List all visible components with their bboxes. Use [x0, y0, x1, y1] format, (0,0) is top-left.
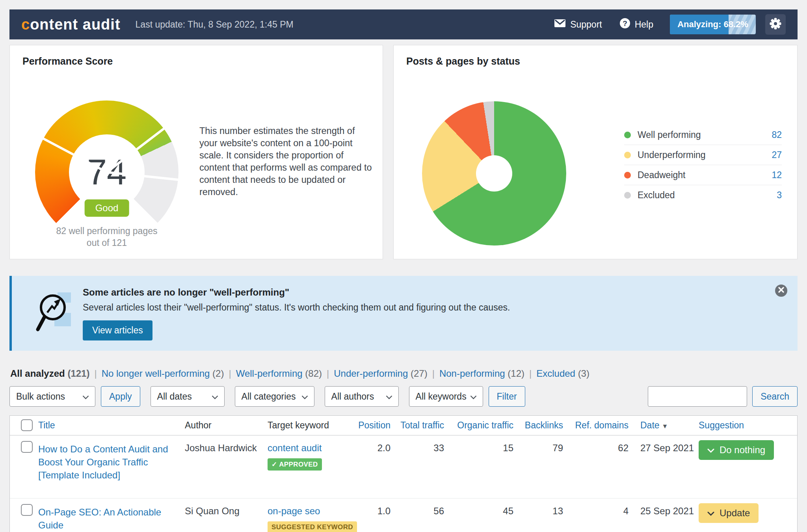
- header-total-traffic[interactable]: Total traffic: [399, 416, 453, 435]
- legend-label: Deadweight: [638, 170, 772, 180]
- header-suggestion[interactable]: Suggestion: [699, 416, 797, 435]
- header-date[interactable]: Date▼: [637, 416, 699, 435]
- view-articles-button[interactable]: View articles: [83, 320, 152, 340]
- help-label: Help: [635, 19, 653, 30]
- envelope-icon: [554, 19, 566, 30]
- legend-value-link[interactable]: 3: [777, 190, 782, 201]
- title-cell: On-Page SEO: An Actionable Guide: [35, 499, 182, 532]
- keywords-select[interactable]: All keywords: [409, 386, 483, 407]
- dates-select[interactable]: All dates: [151, 386, 225, 407]
- apply-button[interactable]: Apply: [101, 386, 140, 407]
- header-author: Author: [182, 416, 264, 435]
- keyword-cell: on-page seo SUGGESTED KEYWORD: [264, 499, 358, 532]
- position-cell: 2.0: [358, 435, 399, 454]
- header-position[interactable]: Position: [358, 416, 399, 435]
- categories-select[interactable]: All categories: [235, 386, 314, 407]
- close-icon: [778, 287, 784, 294]
- banner-body: Several articles lost their "well-perfor…: [83, 302, 510, 313]
- filter-under-performing[interactable]: Under-performing (27): [334, 368, 427, 379]
- position-cell: 1.0: [358, 499, 399, 517]
- score-caption-line1: 82 well performing pages: [36, 225, 178, 237]
- performance-gauge: 74: [35, 100, 179, 244]
- bulk-actions-select[interactable]: Bulk actions: [9, 386, 95, 407]
- filter-well-performing[interactable]: Well-performing (82): [236, 368, 322, 379]
- status-filter-bar: All analyzed (121)|No longer well-perfor…: [10, 368, 589, 379]
- backlinks-cell: 13: [522, 499, 572, 517]
- article-title-link[interactable]: On-Page SEO: An Actionable Guide: [38, 506, 172, 532]
- magnifier-trend-icon: [34, 288, 78, 338]
- suggestion-label: Do nothing: [720, 445, 765, 456]
- last-update-text: Last update: Thu, 8 Sep 2022, 1:45 PM: [136, 19, 294, 30]
- analyzing-progress-button[interactable]: Analyzing: 68.2%: [670, 15, 756, 34]
- row-checkbox[interactable]: [21, 504, 33, 516]
- notice-banner: Some articles are no longer "well-perfor…: [9, 276, 798, 351]
- author-name: Si Quan Ong: [185, 506, 240, 516]
- select-all-cell: [10, 416, 35, 435]
- chevron-down-icon: [386, 391, 392, 402]
- suggested-keyword-badge: SUGGESTED KEYWORD: [268, 521, 357, 532]
- performance-score-card: Performance Score 74 Good 82 well perfor…: [9, 45, 383, 259]
- badge-label: APPROVED: [279, 461, 318, 468]
- excluded-dot-icon: [624, 192, 631, 199]
- legend-value-link[interactable]: 12: [772, 170, 782, 180]
- banner-close-button[interactable]: [775, 285, 787, 297]
- filter-label: No longer well-performing: [102, 368, 210, 379]
- author-cell: Joshua Hardwick: [182, 435, 264, 454]
- bulk-actions-value: Bulk actions: [16, 391, 65, 402]
- check-icon: ✓: [271, 461, 277, 468]
- settings-button[interactable]: [765, 14, 786, 35]
- header-backlinks[interactable]: Backlinks: [522, 416, 572, 435]
- row-checkbox[interactable]: [21, 441, 33, 453]
- filter-label: Under-performing: [334, 368, 408, 379]
- suggestion-dropdown-button[interactable]: Do nothing: [699, 440, 774, 460]
- article-title-link[interactable]: How to Do a Content Audit and Boost Your…: [38, 443, 172, 482]
- filter-no-longer-well-performing[interactable]: No longer well-performing (2): [102, 368, 224, 379]
- header-target-keyword: Target keyword: [264, 416, 358, 435]
- filter-button[interactable]: Filter: [489, 386, 525, 407]
- header-organic-traffic[interactable]: Organic traffic: [453, 416, 522, 435]
- content-table: Title Author Target keyword Position Tot…: [9, 415, 798, 532]
- gear-icon: [769, 17, 782, 32]
- legend-row: Underperforming 27: [624, 145, 782, 165]
- filter-count: (27): [411, 368, 428, 379]
- support-link[interactable]: Support: [554, 19, 602, 30]
- legend-label: Well performing: [638, 130, 772, 140]
- search-button[interactable]: Search: [752, 386, 798, 407]
- authors-select[interactable]: All authors: [325, 386, 399, 407]
- table-toolbar: Bulk actions Apply All dates All categor…: [9, 386, 798, 407]
- underperforming-dot-icon: [624, 152, 631, 158]
- legend-label: Underperforming: [638, 150, 772, 160]
- search-input[interactable]: [648, 386, 747, 407]
- filter-count: (2): [212, 368, 224, 379]
- well-performing-dot-icon: [624, 132, 631, 138]
- filter-count: (12): [508, 368, 524, 379]
- select-all-checkbox[interactable]: [21, 419, 33, 431]
- legend-value-link[interactable]: 82: [772, 130, 782, 140]
- support-label: Support: [570, 19, 602, 30]
- status-donut-hole: [476, 155, 512, 192]
- logo-rest: ontent audit: [30, 16, 120, 33]
- legend-row: Deadweight 12: [624, 165, 782, 185]
- help-link[interactable]: ? Help: [619, 18, 653, 31]
- status-card: Posts & pages by status Well performing …: [393, 45, 798, 259]
- suggestion-cell: Update: [699, 499, 797, 523]
- filter-non-performing[interactable]: Non-performing (12): [439, 368, 524, 379]
- title-cell: How to Do a Content Audit and Boost Your…: [35, 435, 182, 482]
- filter-all-analyzed[interactable]: All analyzed (121): [10, 368, 89, 379]
- question-circle-icon: ?: [619, 18, 630, 31]
- filter-excluded[interactable]: Excluded (3): [536, 368, 589, 379]
- target-keyword-link[interactable]: content audit: [268, 443, 322, 453]
- organic-traffic-cell: 15: [453, 435, 522, 454]
- date-cell: 25 Sep 2021: [637, 499, 699, 517]
- logo-accent: c: [21, 16, 30, 33]
- dates-value: All dates: [157, 391, 192, 402]
- performance-card-title: Performance Score: [22, 56, 113, 67]
- organic-traffic-cell: 45: [453, 499, 522, 517]
- target-keyword-link[interactable]: on-page seo: [268, 506, 320, 516]
- keyword-cell: content audit ✓ APPROVED: [264, 435, 358, 471]
- header-title[interactable]: Title: [35, 416, 182, 435]
- legend-value-link[interactable]: 27: [772, 150, 782, 160]
- filter-count: (3): [578, 368, 589, 379]
- header-ref-domains[interactable]: Ref. domains: [572, 416, 637, 435]
- suggestion-dropdown-button[interactable]: Update: [699, 503, 759, 523]
